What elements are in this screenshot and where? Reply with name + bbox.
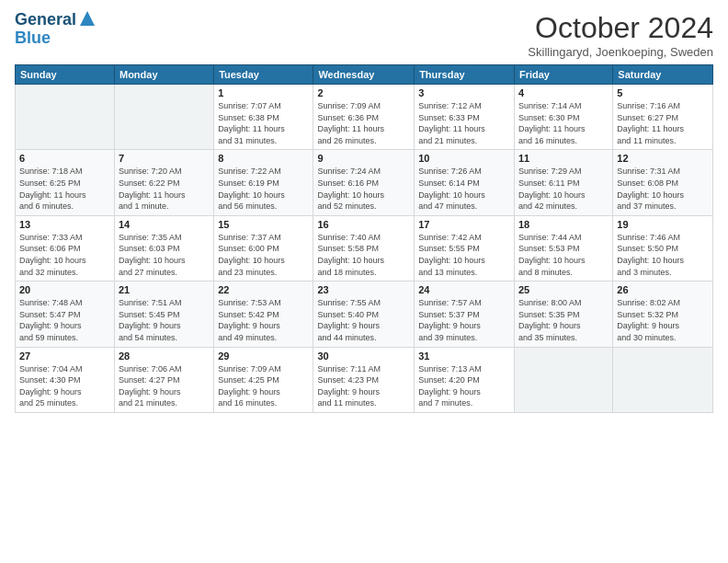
day-cell [613,347,713,412]
day-number: 29 [218,350,309,362]
day-info: Sunrise: 7:07 AMSunset: 6:38 PMDaylight:… [218,100,309,146]
day-number: 25 [518,284,609,295]
day-number: 3 [418,87,510,98]
week-row-4: 20Sunrise: 7:48 AMSunset: 5:47 PMDayligh… [16,282,713,347]
day-cell: 27Sunrise: 7:04 AMSunset: 4:30 PMDayligh… [16,347,115,412]
day-info: Sunrise: 8:00 AMSunset: 5:35 PMDaylight:… [518,297,609,343]
week-row-2: 6Sunrise: 7:18 AMSunset: 6:25 PMDaylight… [16,150,713,215]
svg-marker-0 [80,11,95,26]
day-cell [114,85,213,150]
week-row-5: 27Sunrise: 7:04 AMSunset: 4:30 PMDayligh… [16,347,713,412]
day-number: 27 [19,350,110,362]
day-cell: 13Sunrise: 7:33 AMSunset: 6:06 PMDayligh… [16,215,115,281]
day-cell: 21Sunrise: 7:51 AMSunset: 5:45 PMDayligh… [114,282,213,347]
day-cell: 31Sunrise: 7:13 AMSunset: 4:20 PMDayligh… [415,347,515,412]
day-info: Sunrise: 7:13 AMSunset: 4:20 PMDaylight:… [418,363,510,409]
day-number: 12 [617,153,709,164]
day-info: Sunrise: 7:11 AMSunset: 4:23 PMDaylight:… [317,363,410,409]
day-info: Sunrise: 7:04 AMSunset: 4:30 PMDaylight:… [19,363,110,409]
day-number: 9 [317,153,410,164]
col-monday: Monday [114,65,213,85]
day-cell: 23Sunrise: 7:55 AMSunset: 5:40 PMDayligh… [313,282,415,347]
header-row: Sunday Monday Tuesday Wednesday Thursday… [16,65,713,85]
col-wednesday: Wednesday [313,65,415,85]
day-cell: 20Sunrise: 7:48 AMSunset: 5:47 PMDayligh… [16,282,115,347]
logo-text-blue: Blue [15,29,51,47]
day-info: Sunrise: 7:37 AMSunset: 6:00 PMDaylight:… [218,232,309,278]
day-number: 23 [317,284,410,295]
week-row-1: 1Sunrise: 7:07 AMSunset: 6:38 PMDaylight… [16,85,713,150]
day-cell: 3Sunrise: 7:12 AMSunset: 6:33 PMDaylight… [415,85,515,150]
day-info: Sunrise: 7:31 AMSunset: 6:08 PMDaylight:… [617,166,709,212]
day-number: 17 [418,219,510,230]
calendar-table: Sunday Monday Tuesday Wednesday Thursday… [15,64,713,413]
day-cell: 7Sunrise: 7:20 AMSunset: 6:22 PMDaylight… [114,150,213,215]
month-title: October 2024 [528,11,713,45]
day-number: 24 [418,284,510,295]
day-number: 19 [617,219,709,230]
day-cell: 22Sunrise: 7:53 AMSunset: 5:42 PMDayligh… [214,282,313,347]
day-number: 22 [218,284,309,295]
day-cell: 11Sunrise: 7:29 AMSunset: 6:11 PMDayligh… [514,150,612,215]
day-info: Sunrise: 7:22 AMSunset: 6:19 PMDaylight:… [218,166,309,212]
logo-text-general: General [15,11,76,29]
subtitle: Skillingaryd, Joenkoeping, Sweden [528,45,713,59]
day-number: 14 [119,219,210,230]
day-cell: 29Sunrise: 7:09 AMSunset: 4:25 PMDayligh… [214,347,313,412]
day-cell [514,347,612,412]
day-number: 28 [119,350,210,362]
col-friday: Friday [514,65,612,85]
day-info: Sunrise: 7:33 AMSunset: 6:06 PMDaylight:… [19,232,110,278]
day-cell: 14Sunrise: 7:35 AMSunset: 6:03 PMDayligh… [114,215,213,281]
day-cell: 15Sunrise: 7:37 AMSunset: 6:00 PMDayligh… [214,215,313,281]
day-info: Sunrise: 7:20 AMSunset: 6:22 PMDaylight:… [119,166,210,212]
header: General Blue October 2024 Skillingaryd, … [15,11,713,59]
day-cell: 8Sunrise: 7:22 AMSunset: 6:19 PMDaylight… [214,150,313,215]
day-info: Sunrise: 7:06 AMSunset: 4:27 PMDaylight:… [119,363,210,409]
day-info: Sunrise: 7:51 AMSunset: 5:45 PMDaylight:… [119,297,210,343]
day-cell: 30Sunrise: 7:11 AMSunset: 4:23 PMDayligh… [313,347,415,412]
day-cell: 4Sunrise: 7:14 AMSunset: 6:30 PMDaylight… [514,85,612,150]
day-info: Sunrise: 7:26 AMSunset: 6:14 PMDaylight:… [418,166,510,212]
day-info: Sunrise: 7:55 AMSunset: 5:40 PMDaylight:… [317,297,410,343]
day-info: Sunrise: 7:57 AMSunset: 5:37 PMDaylight:… [418,297,510,343]
day-number: 20 [19,284,110,295]
day-info: Sunrise: 7:12 AMSunset: 6:33 PMDaylight:… [418,100,510,146]
day-cell: 5Sunrise: 7:16 AMSunset: 6:27 PMDaylight… [613,85,713,150]
day-number: 5 [617,87,709,98]
day-cell [16,85,115,150]
col-tuesday: Tuesday [214,65,313,85]
day-number: 31 [418,350,510,362]
day-info: Sunrise: 7:48 AMSunset: 5:47 PMDaylight:… [19,297,110,343]
day-cell: 1Sunrise: 7:07 AMSunset: 6:38 PMDaylight… [214,85,313,150]
day-number: 18 [518,219,609,230]
logo: General Blue [15,11,97,48]
day-info: Sunrise: 8:02 AMSunset: 5:32 PMDaylight:… [617,297,709,343]
day-cell: 28Sunrise: 7:06 AMSunset: 4:27 PMDayligh… [114,347,213,412]
day-number: 13 [19,219,110,230]
day-info: Sunrise: 7:46 AMSunset: 5:50 PMDaylight:… [617,232,709,278]
day-number: 10 [418,153,510,164]
day-number: 6 [19,153,110,164]
day-number: 21 [119,284,210,295]
day-cell: 6Sunrise: 7:18 AMSunset: 6:25 PMDaylight… [16,150,115,215]
day-number: 11 [518,153,609,164]
day-info: Sunrise: 7:09 AMSunset: 4:25 PMDaylight:… [218,363,309,409]
day-info: Sunrise: 7:16 AMSunset: 6:27 PMDaylight:… [617,100,709,146]
day-cell: 12Sunrise: 7:31 AMSunset: 6:08 PMDayligh… [613,150,713,215]
day-info: Sunrise: 7:18 AMSunset: 6:25 PMDaylight:… [19,166,110,212]
day-number: 16 [317,219,410,230]
day-info: Sunrise: 7:29 AMSunset: 6:11 PMDaylight:… [518,166,609,212]
day-number: 15 [218,219,309,230]
day-info: Sunrise: 7:09 AMSunset: 6:36 PMDaylight:… [317,100,410,146]
day-cell: 26Sunrise: 8:02 AMSunset: 5:32 PMDayligh… [613,282,713,347]
day-cell: 9Sunrise: 7:24 AMSunset: 6:16 PMDaylight… [313,150,415,215]
day-number: 8 [218,153,309,164]
col-thursday: Thursday [415,65,515,85]
day-cell: 18Sunrise: 7:44 AMSunset: 5:53 PMDayligh… [514,215,612,281]
day-info: Sunrise: 7:24 AMSunset: 6:16 PMDaylight:… [317,166,410,212]
day-info: Sunrise: 7:35 AMSunset: 6:03 PMDaylight:… [119,232,210,278]
day-info: Sunrise: 7:44 AMSunset: 5:53 PMDaylight:… [518,232,609,278]
day-cell: 16Sunrise: 7:40 AMSunset: 5:58 PMDayligh… [313,215,415,281]
day-cell: 17Sunrise: 7:42 AMSunset: 5:55 PMDayligh… [415,215,515,281]
